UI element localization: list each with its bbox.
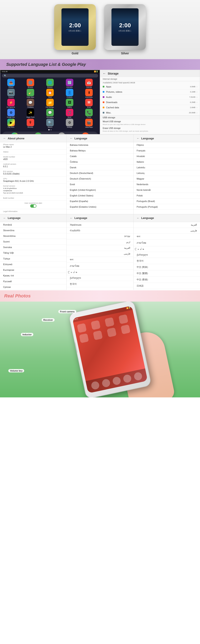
lang-hrvatski[interactable]: Hrvatski: [134, 154, 200, 159]
storage-apps[interactable]: Apps 4.6MB ›: [100, 84, 200, 89]
lang-slovencina[interactable]: Slovenčina: [0, 228, 66, 233]
lang-romana[interactable]: Română: [0, 222, 66, 228]
app-settings[interactable]: ⚙ Settings: [60, 119, 79, 128]
search-bar[interactable]: 🔍: [2, 74, 98, 78]
app-dshare[interactable]: 📤 DShare: [2, 79, 20, 88]
lang-farsi2[interactable]: فارسی: [134, 228, 200, 234]
app-clock[interactable]: ⏰ Clock: [40, 89, 60, 98]
lang-greek[interactable]: Ελληνικά: [0, 262, 66, 267]
lang-tieng-viet[interactable]: Tiếng Việt: [0, 250, 66, 256]
lang-nederlands[interactable]: Nederlands: [134, 182, 200, 187]
lang-arabic[interactable]: العربية: [67, 245, 133, 251]
storage-mount-usb[interactable]: Mount USB storage: [100, 120, 200, 124]
lang-lietuviu[interactable]: Lietuvių: [134, 170, 200, 176]
lang-catala[interactable]: Català: [67, 154, 133, 159]
lang-georgian2[interactable]: ქართული: [134, 252, 200, 258]
lang-georgian[interactable]: ქართული: [67, 275, 133, 281]
back-arrow-lang4-icon[interactable]: ←: [70, 216, 73, 220]
storage-audio[interactable]: Audio 7.81KB ›: [100, 94, 200, 100]
app-feedback[interactable]: 💬 Feedback: [21, 99, 40, 108]
lang-english-uk[interactable]: English (United Kingdom): [67, 187, 133, 193]
lang-espanol-us[interactable]: Español (Estados Unidos): [67, 204, 133, 210]
app-search[interactable]: 🔍 Search: [40, 119, 60, 128]
lang-bahasa-indonesia[interactable]: Bahasa Indonesia: [67, 142, 133, 148]
lang-russian[interactable]: Русский: [0, 279, 66, 284]
lang-bahasa-melayu[interactable]: Bahasa Melayu: [67, 148, 133, 154]
lang-italiano[interactable]: Italiano: [134, 159, 200, 165]
back-arrow-icon[interactable]: ←: [103, 72, 106, 76]
lang-dansk[interactable]: Dansk: [67, 165, 133, 170]
storage-cached[interactable]: Cached data 2.6MB ›: [100, 105, 200, 110]
app-browser1[interactable]: 🌐 Browser: [21, 79, 40, 88]
app-calculator[interactable]: 🔢 Calculator: [60, 79, 79, 88]
lang-english-us[interactable]: English (United States): [67, 193, 133, 198]
lang-ukrainian[interactable]: Українська: [67, 222, 133, 228]
app-camera[interactable]: 📷 Camera: [2, 89, 20, 98]
app-playstore[interactable]: ▶ Play Store: [2, 119, 20, 128]
lang-chinese-hk[interactable]: 中文 (香港): [134, 276, 200, 283]
storage-erase-usb[interactable]: Erase USB storage: [100, 126, 200, 130]
lang-suomi[interactable]: Suomi: [0, 239, 66, 244]
app-music[interactable]: 🎵 Music: [60, 109, 79, 118]
lang-hebrew[interactable]: עברית: [67, 234, 133, 239]
lang-kazakh[interactable]: Қазақ тілі: [0, 273, 66, 279]
lang-farsi[interactable]: فارسی: [67, 251, 133, 257]
back-arrow-lang5-icon[interactable]: ←: [137, 216, 140, 220]
back-arrow-about-icon[interactable]: ←: [3, 137, 6, 140]
lang-arabic2[interactable]: العربية: [134, 222, 200, 228]
app-magicphoto[interactable]: ✨ Magic Photo: [21, 109, 40, 118]
back-arrow-lang1-icon[interactable]: ←: [70, 137, 73, 140]
lang-eesti[interactable]: Eesti: [67, 182, 133, 187]
lang-thai2[interactable]: ภาษาไทย: [134, 240, 200, 246]
back-arrow-lang3-icon[interactable]: ←: [3, 216, 6, 220]
lang-polski[interactable]: Polski: [134, 193, 200, 198]
lang-svenska[interactable]: Svenska: [0, 244, 66, 250]
app-recorder[interactable]: 🎙 Recorde.: [21, 119, 40, 128]
legal-row[interactable]: Legal information: [0, 209, 66, 214]
back-arrow-lang2-icon[interactable]: ←: [137, 137, 140, 140]
dock-settings[interactable]: ⚙ Settings: [58, 132, 66, 134]
dock-gallery[interactable]: 🖼 Gallery: [34, 132, 42, 134]
lang-chinese-simplified[interactable]: 中文 (简体): [134, 264, 200, 270]
lang-turkce[interactable]: Türkçe: [0, 256, 66, 262]
user-experience-toggle[interactable]: [30, 204, 36, 208]
app-messaging[interactable]: 💬 Messaging: [40, 109, 60, 118]
app-duspeed[interactable]: ⚡ DU Speed B.: [2, 99, 20, 108]
lang-deutsch-de[interactable]: Deutsch (Deutschland): [67, 170, 133, 176]
lang-bengali[interactable]: বাংলা: [67, 257, 133, 263]
app-filemanager[interactable]: 📁 File Manage.: [40, 99, 60, 108]
app-browser2[interactable]: 🌐 Browser: [40, 79, 60, 88]
lang-norsk[interactable]: Norsk bokmål: [134, 187, 200, 193]
lang-portugues-br[interactable]: Português (Brasil): [134, 198, 200, 204]
app-contacts[interactable]: 👤 Contacts: [60, 89, 79, 98]
lang-latviesu[interactable]: Latviešu: [134, 165, 200, 170]
lang-portugues-pt[interactable]: Português (Portugal): [134, 204, 200, 210]
storage-downloads[interactable]: Downloads 6.2MB ›: [100, 100, 200, 105]
app-clean[interactable]: 🧹 Clean Mast.: [21, 89, 40, 98]
app-email[interactable]: M Email: [80, 99, 98, 108]
lang-bengali2[interactable]: বাংলা: [134, 234, 200, 240]
lang-chinese-traditional[interactable]: 中文 (繁體): [134, 270, 200, 276]
lang-deutsch-at[interactable]: Deutsch (Österreich): [67, 176, 133, 182]
lang-serbian[interactable]: Српски: [0, 284, 66, 290]
lang-armenian[interactable]: Հայերեն: [67, 228, 133, 234]
lang-urdu[interactable]: اردو: [67, 239, 133, 245]
app-videoplayer[interactable]: 🎬 VideoPlayer: [80, 119, 98, 128]
dock-videoplayer[interactable]: 🎬 VideoPlayer: [82, 132, 90, 134]
app-gallery[interactable]: 🖼 Gallery: [60, 99, 79, 108]
app-phone[interactable]: 📞 Phone: [80, 109, 98, 118]
lang-slovenscina[interactable]: Slovenščina: [0, 233, 66, 239]
app-downloads[interactable]: ⬇ Downloads: [80, 89, 98, 98]
lang-korean2[interactable]: 한국어: [134, 258, 200, 264]
app-googlesettings[interactable]: ⚙ Google Sett.: [2, 109, 20, 118]
app-calendar[interactable]: 📅 Calendar: [80, 79, 98, 88]
storage-misc[interactable]: Misc. 26.6MB ›: [100, 110, 200, 116]
lang-magyar[interactable]: Magyar: [134, 176, 200, 182]
storage-pictures[interactable]: Pictures, videos 3.1MB ›: [100, 89, 200, 94]
status-row[interactable]: Status: [0, 150, 66, 154]
lang-bulgarian[interactable]: Български: [0, 267, 66, 273]
lang-burmese[interactable]: မြန်မာ: [67, 270, 133, 275]
dock-playstore[interactable]: ▶ Play Store: [11, 132, 18, 134]
lang-filipino[interactable]: Filipino: [134, 142, 200, 148]
lang-espanol-es[interactable]: Español (España): [67, 198, 133, 204]
